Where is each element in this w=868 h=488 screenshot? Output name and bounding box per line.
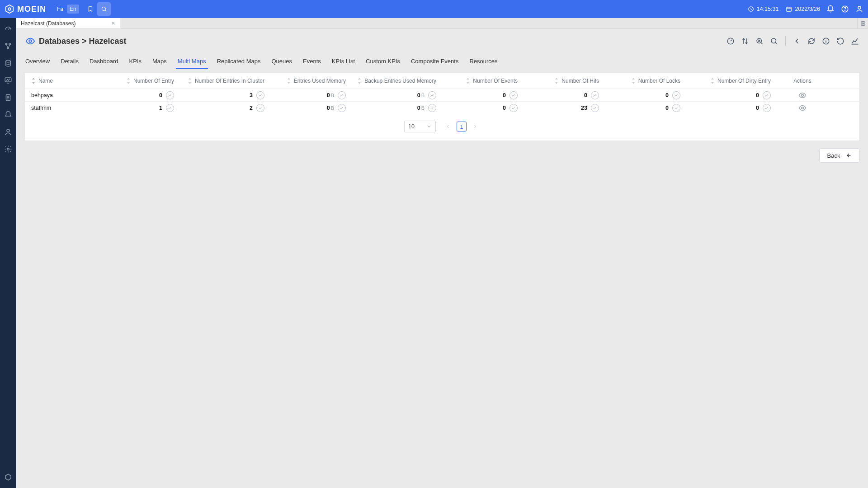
col-events[interactable]: Number Of Events xyxy=(441,78,522,84)
col-entry[interactable]: Number Of Entry xyxy=(111,78,179,84)
col-name[interactable]: Name xyxy=(25,78,111,84)
page-number[interactable]: 1 xyxy=(457,122,467,131)
rail-reports-icon[interactable] xyxy=(4,93,13,102)
svg-line-3 xyxy=(105,10,106,11)
col-used-mem[interactable]: Entries Used Memory xyxy=(269,78,350,84)
multimaps-table: Name Number Of Entry Number Of Entries I… xyxy=(24,72,860,141)
brand[interactable]: MOEIN xyxy=(5,4,46,14)
rail-dashboard-icon[interactable] xyxy=(4,24,13,33)
tab-hazelcast[interactable]: Hazelcast (Databases) ✕ xyxy=(16,18,120,28)
history-chart-icon[interactable] xyxy=(166,104,174,112)
history-chart-icon[interactable] xyxy=(763,104,771,112)
back-button[interactable]: Back xyxy=(819,148,860,163)
svg-point-1 xyxy=(8,8,11,10)
rail-settings-icon[interactable] xyxy=(4,145,13,154)
bookmark-button[interactable] xyxy=(84,2,97,16)
subtab-resources[interactable]: Resources xyxy=(468,55,498,69)
language-switch: Fa En xyxy=(54,5,79,14)
date-text: 2022/3/26 xyxy=(795,6,820,12)
history-chart-icon[interactable] xyxy=(428,104,436,112)
subtab-events[interactable]: Events xyxy=(302,55,322,69)
svg-line-22 xyxy=(761,42,763,44)
col-hits[interactable]: Number Of Hits xyxy=(522,78,604,84)
tab-close-icon[interactable]: ✕ xyxy=(111,20,115,26)
subtab-details[interactable]: Details xyxy=(60,55,80,69)
help-button[interactable] xyxy=(841,5,849,13)
close-all-tabs-button[interactable] xyxy=(857,18,868,28)
svg-point-19 xyxy=(29,40,32,42)
page-next[interactable] xyxy=(470,122,480,131)
page-prev[interactable] xyxy=(443,122,453,131)
subtab-dashboard[interactable]: Dashboard xyxy=(89,55,119,69)
svg-point-2 xyxy=(102,7,105,10)
toolbar-search-icon[interactable] xyxy=(769,36,779,46)
svg-point-27 xyxy=(802,107,804,109)
history-chart-icon[interactable] xyxy=(256,104,264,112)
history-chart-icon[interactable] xyxy=(256,91,264,99)
rail-users-icon[interactable] xyxy=(4,127,13,136)
rail-collapse-icon[interactable] xyxy=(4,473,13,482)
rail-database-icon[interactable] xyxy=(4,59,13,68)
rail-monitor-icon[interactable] xyxy=(4,76,13,85)
history-chart-icon[interactable] xyxy=(591,91,599,99)
view-row-icon[interactable] xyxy=(798,104,807,112)
arrow-left-icon xyxy=(844,152,852,159)
lang-en[interactable]: En xyxy=(67,5,79,14)
col-cluster[interactable]: Number Of Entries In Cluster xyxy=(179,78,269,84)
lang-fa[interactable]: Fa xyxy=(54,5,66,14)
subtab-overview[interactable]: Overview xyxy=(24,55,51,69)
subtab-maps[interactable]: Maps xyxy=(151,55,168,69)
date: 2022/3/26 xyxy=(785,5,820,13)
subtab-replicated-maps[interactable]: Replicated Maps xyxy=(216,55,262,69)
history-chart-icon[interactable] xyxy=(428,91,436,99)
history-chart-icon[interactable] xyxy=(672,104,680,112)
clock-icon xyxy=(747,5,755,13)
history-chart-icon[interactable] xyxy=(338,104,346,112)
page-size-select[interactable]: 10 xyxy=(404,121,436,132)
cell-hits: 23 xyxy=(522,104,604,112)
subtab-kpis-list[interactable]: KPIs List xyxy=(331,55,356,69)
toolbar-chart-icon[interactable] xyxy=(850,36,860,46)
subtab-multi-maps[interactable]: Multi Maps xyxy=(177,55,207,69)
svg-marker-0 xyxy=(6,5,14,13)
subtab-composite-events[interactable]: Composite Events xyxy=(410,55,460,69)
clock-time: 14:15:31 xyxy=(757,6,779,12)
notifications-button[interactable] xyxy=(826,5,835,13)
subtab-queues[interactable]: Queues xyxy=(271,55,293,69)
toolbar-back-icon[interactable] xyxy=(792,36,802,46)
history-chart-icon[interactable] xyxy=(509,104,518,112)
history-chart-icon[interactable] xyxy=(509,91,518,99)
history-chart-icon[interactable] xyxy=(591,104,599,112)
svg-point-10 xyxy=(9,43,11,45)
svg-line-24 xyxy=(775,42,777,44)
visibility-icon[interactable] xyxy=(24,35,36,47)
toolbar-zoom-cancel-icon[interactable] xyxy=(755,36,764,46)
col-locks[interactable]: Number Of Locks xyxy=(604,78,685,84)
toolbar-refresh-icon[interactable] xyxy=(807,36,816,46)
history-chart-icon[interactable] xyxy=(338,91,346,99)
brand-text: MOEIN xyxy=(17,5,46,14)
toolbar-gauge-icon[interactable] xyxy=(726,36,736,46)
toolbar-info-icon[interactable] xyxy=(821,36,831,46)
history-chart-icon[interactable] xyxy=(672,91,680,99)
toolbar-compare-icon[interactable] xyxy=(740,36,750,46)
user-button[interactable] xyxy=(855,5,863,13)
rail-alerts-icon[interactable] xyxy=(4,110,13,119)
cell-events: 0 xyxy=(441,91,522,99)
search-button[interactable] xyxy=(97,2,111,16)
col-actions: Actions xyxy=(775,78,830,84)
cell-used-mem: 0B xyxy=(269,104,350,112)
view-row-icon[interactable] xyxy=(798,91,807,99)
svg-point-8 xyxy=(858,6,861,9)
subtab-custom-kpis[interactable]: Custom KPIs xyxy=(365,55,401,69)
rail-topology-icon[interactable] xyxy=(4,42,13,51)
history-chart-icon[interactable] xyxy=(763,91,771,99)
top-right-cluster: 14:15:31 2022/3/26 xyxy=(747,5,863,13)
toolbar-reset-icon[interactable] xyxy=(835,36,845,46)
table-row: staffmm120B0B02300 xyxy=(25,102,859,114)
subtab-kpis[interactable]: KPIs xyxy=(128,55,142,69)
history-chart-icon[interactable] xyxy=(166,91,174,99)
col-dirty[interactable]: Number Of Dirty Entry xyxy=(685,78,775,84)
breadcrumb-row: Databases > Hazelcast xyxy=(24,35,860,47)
col-backup-mem[interactable]: Backup Entries Used Memory xyxy=(350,78,441,84)
